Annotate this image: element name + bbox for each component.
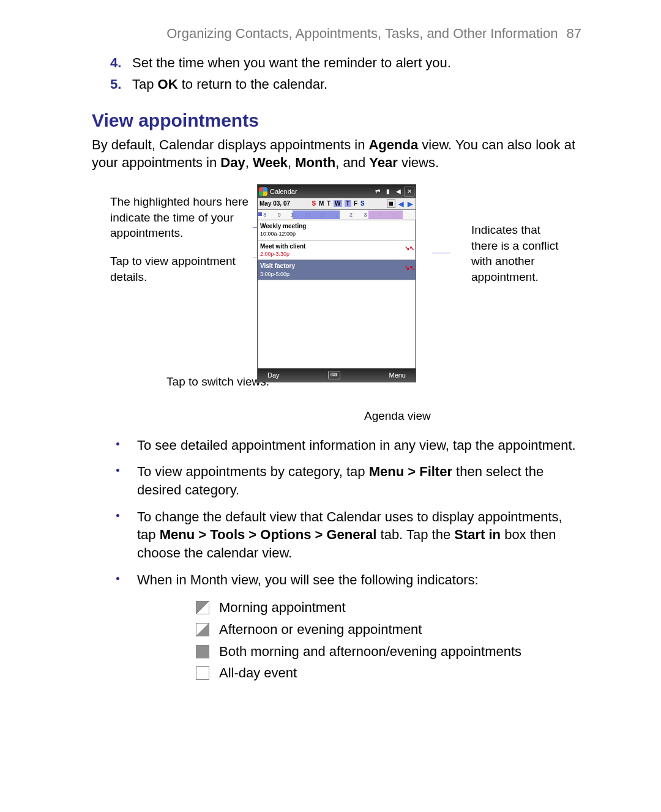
- appointment-item[interactable]: Meet with client 2:00p-3:30p ↘↖: [258, 240, 416, 261]
- titlebar: Calendar ⇄ ▮ ◀ ✕: [258, 185, 416, 198]
- page-number: 87: [567, 26, 581, 41]
- prev-button[interactable]: ◀: [397, 200, 405, 207]
- intro-part: ,: [245, 155, 253, 170]
- phone-screenshot: Calendar ⇄ ▮ ◀ ✕ May 03, 07 S M T W T F: [257, 184, 416, 382]
- figure-caption: Agenda view: [364, 408, 581, 424]
- volume-icon: ◀: [394, 187, 403, 196]
- section-intro: By default, Calendar displays appointmen…: [92, 136, 581, 172]
- softkey-bar: Day ⌨ Menu: [258, 368, 416, 382]
- date-row: May 03, 07 S M T W T F S ▦ ◀ ▶: [258, 198, 416, 210]
- intro-bold: Year: [369, 155, 398, 170]
- callout-conflict: Indicates that there is a conflict with …: [471, 222, 569, 285]
- header-title: Organizing Contacts, Appointments, Tasks…: [166, 26, 558, 41]
- keyboard-icon[interactable]: ⌨: [328, 371, 340, 379]
- hours-timeline: 8 9 10 11 12 1 2 3 4 5: [258, 210, 416, 220]
- bullet-item: To change the default view that Calendar…: [110, 508, 581, 562]
- step-text-post: to return to the calendar.: [178, 76, 328, 92]
- go-today-button[interactable]: ▦: [387, 199, 395, 208]
- weekday-strip[interactable]: S M T W T F S: [312, 199, 365, 208]
- step-bold: OK: [158, 76, 178, 92]
- hour-label: 2: [344, 210, 358, 220]
- intro-bold: Week: [253, 155, 288, 170]
- intro-part: views.: [398, 155, 439, 170]
- appointment-time: 2:00p-3:30p: [260, 250, 413, 258]
- connectivity-icon: ⇄: [373, 187, 382, 196]
- step-5: 5. Tap OK to return to the calendar.: [110, 75, 581, 94]
- callout-switch-views: Tap to switch views.: [110, 374, 269, 390]
- callout-line: [432, 253, 450, 253]
- diagram: The highlighted hours here indicate the …: [92, 184, 581, 404]
- intro-bold: Agenda: [368, 137, 418, 152]
- indicator-afternoon-icon: [196, 623, 209, 636]
- day-s2[interactable]: S: [360, 200, 365, 207]
- intro-part: , and: [335, 155, 369, 170]
- day-t2[interactable]: T: [345, 200, 351, 207]
- bullet-list: To see detailed appointment information …: [110, 436, 581, 589]
- start-icon[interactable]: [259, 187, 267, 196]
- step-text-pre: Tap: [132, 76, 158, 92]
- day-w[interactable]: W: [334, 200, 342, 207]
- close-icon[interactable]: ✕: [405, 187, 414, 196]
- day-s[interactable]: S: [312, 200, 316, 207]
- conflict-icon: ↘↖: [405, 244, 414, 253]
- appointment-title: Visit factory: [260, 262, 413, 270]
- date-nav: ▦ ◀ ▶: [387, 199, 414, 208]
- indicator-legend: Morning appointment Afternoon or evening…: [196, 598, 581, 682]
- timeline-busy-block: [293, 210, 340, 219]
- callouts-left: The highlighted hours here indicate the …: [110, 194, 269, 402]
- appointment-time: 3:00p-5:00p: [260, 270, 413, 278]
- appointment-title: Meet with client: [260, 242, 413, 251]
- appointment-item[interactable]: Weekly meeting 10:00a-12:00p: [258, 220, 416, 240]
- appointment-title: Weekly meeting: [260, 222, 413, 231]
- next-button[interactable]: ▶: [406, 200, 414, 207]
- bullet-item: When in Month view, you will see the fol…: [110, 571, 581, 589]
- bullet-bold: Menu > Filter: [369, 464, 452, 479]
- callout-highlighted-hours: The highlighted hours here indicate the …: [110, 194, 269, 241]
- callout-tap-details: Tap to view appointment details.: [110, 253, 269, 285]
- indicator-label: Both morning and afternoon/evening appoi…: [219, 643, 521, 661]
- timeline-marker: [258, 212, 262, 216]
- bullet-text: tab. Tap the: [376, 527, 454, 542]
- timeline-busy-block: [368, 210, 403, 219]
- intro-part: By default, Calendar displays appointmen…: [92, 137, 368, 152]
- current-date: May 03, 07: [260, 199, 290, 208]
- bullet-item: To view appointments by category, tap Me…: [110, 463, 581, 499]
- intro-part: ,: [288, 155, 295, 170]
- running-header: Organizing Contacts, Appointments, Tasks…: [92, 24, 581, 43]
- indicator-label: All-day event: [219, 664, 297, 682]
- indicator-row: All-day event: [196, 664, 581, 682]
- indicator-label: Morning appointment: [219, 598, 346, 617]
- indicator-row: Both morning and afternoon/evening appoi…: [196, 643, 581, 661]
- conflict-icon: ↘↖: [405, 264, 414, 272]
- appointment-item-selected[interactable]: Visit factory 3:00p-5:00p ↘↖: [258, 260, 416, 280]
- indicator-label: Afternoon or evening appointment: [219, 620, 422, 639]
- step-4: 4. Set the time when you want the remind…: [110, 54, 581, 72]
- signal-icon: ▮: [384, 187, 392, 196]
- bullet-bold: Menu > Tools > Options > General: [160, 527, 377, 542]
- step-number: 5.: [110, 75, 121, 94]
- bullet-item: To see detailed appointment information …: [110, 436, 581, 455]
- day-t[interactable]: T: [327, 200, 331, 207]
- hour-label: 9: [272, 210, 286, 220]
- indicator-both-icon: [196, 645, 209, 658]
- indicator-allday-icon: [196, 666, 209, 680]
- appointment-time: 10:00a-12:00p: [260, 230, 413, 237]
- bullet-text: To view appointments by category, tap: [137, 464, 369, 479]
- numbered-steps: 4. Set the time when you want the remind…: [110, 54, 581, 94]
- bullet-bold: Start in: [454, 527, 501, 542]
- section-heading: View appointments: [92, 108, 581, 133]
- indicator-morning-icon: [196, 601, 209, 614]
- intro-bold: Day: [220, 155, 245, 170]
- app-title: Calendar: [270, 187, 297, 196]
- day-f[interactable]: F: [354, 200, 358, 207]
- softkey-right[interactable]: Menu: [389, 371, 406, 380]
- step-text: Set the time when you want the reminder …: [132, 55, 451, 70]
- day-m[interactable]: M: [319, 200, 324, 207]
- callouts-right: Indicates that there is a conflict with …: [471, 222, 569, 285]
- intro-bold: Month: [295, 155, 335, 170]
- softkey-left[interactable]: Day: [267, 371, 280, 380]
- indicator-row: Morning appointment: [196, 598, 581, 617]
- step-number: 4.: [110, 54, 121, 72]
- indicator-row: Afternoon or evening appointment: [196, 620, 581, 639]
